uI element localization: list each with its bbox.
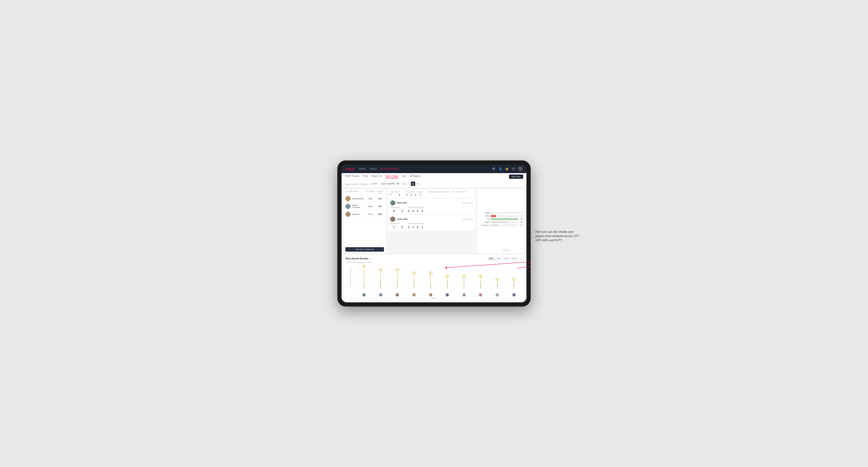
sub-nav-tabs: PGAT Players PGA Hcaps 1-5 Team Clippd T… bbox=[345, 175, 509, 178]
tab-pga[interactable]: PGA bbox=[363, 175, 368, 178]
streak-bubble: 4x bbox=[462, 275, 466, 278]
filter-arg-button[interactable]: ARG bbox=[503, 257, 510, 260]
show-label: Show bbox=[372, 183, 377, 185]
tab-hcaps[interactable]: Hcaps 1-5 bbox=[371, 175, 382, 178]
player-name-row: Josh Coles bbox=[390, 217, 408, 222]
streak-avatar-item bbox=[406, 293, 423, 297]
practice-activities-label: Total Practice Activities bbox=[407, 206, 424, 208]
bar-value: 311 bbox=[520, 221, 523, 223]
mini-avatar bbox=[479, 293, 482, 297]
bar-track bbox=[491, 218, 518, 220]
player-name-row: Rees Britt bbox=[390, 200, 407, 206]
practice-val: 2 bbox=[400, 226, 405, 228]
show-controls: Show Last 3 months ⊞ ≡ ▣ ⊟ bbox=[372, 182, 420, 186]
nav-icons: 🔍 👤 🔔 ⚙ bbox=[492, 166, 523, 171]
mini-avatar bbox=[379, 293, 382, 297]
filter-app-button[interactable]: APP bbox=[495, 257, 502, 260]
putt-label: PUTT bbox=[462, 191, 466, 193]
streak-player-mcharg: 6x B. McHarg bbox=[372, 265, 389, 288]
player-score: 18/20 bbox=[365, 206, 376, 208]
avatar: 1 bbox=[345, 196, 350, 201]
streak-avatar-item bbox=[456, 293, 472, 297]
ott-val: 0 bbox=[407, 210, 410, 212]
team-name: Team Clippd | 14 Players bbox=[345, 183, 369, 185]
streak-avatar-item bbox=[505, 293, 522, 297]
bar-label: D. Bogeys + bbox=[479, 224, 490, 226]
tab-all-players[interactable]: All Players bbox=[409, 175, 421, 178]
player-name: Josh Coles bbox=[397, 218, 408, 220]
bar-chart: Eagles 3 Birdies bbox=[479, 191, 523, 247]
tab-team-clippd[interactable]: Team Clippd bbox=[385, 175, 398, 178]
nav-my-performance[interactable]: My Performance bbox=[380, 167, 399, 170]
three-columns: PLAYER NAME PB SCORE PB AVG SQ 1 Richard… bbox=[342, 187, 526, 255]
card-view-button[interactable]: ▣ bbox=[411, 182, 415, 186]
streak-player-butler: 3x R. Butler bbox=[489, 265, 506, 288]
nav-home[interactable]: Home bbox=[359, 167, 366, 170]
list-view-button[interactable]: ≡ bbox=[406, 182, 410, 186]
filter-putt-button[interactable]: PUTT bbox=[511, 257, 519, 260]
bar-value: 3 bbox=[522, 212, 523, 214]
avatar: 3 bbox=[345, 212, 350, 217]
streak-avatar-item bbox=[472, 293, 489, 297]
leaderboard-header: PLAYER NAME PB SCORE PB AVG SQ bbox=[343, 189, 386, 195]
streak-avatar-item bbox=[422, 293, 439, 297]
x-label-0: 0 bbox=[491, 248, 492, 249]
player-score: 19/20 bbox=[365, 198, 376, 200]
player-date: 02 Sep 2023 bbox=[463, 202, 473, 204]
streak-player-coles: 5x J. Coles bbox=[406, 265, 423, 288]
bar-track bbox=[491, 215, 519, 217]
player-score: 17/20 bbox=[365, 213, 376, 215]
nav-links: Home Teams My Performance bbox=[359, 167, 492, 170]
avatar[interactable] bbox=[518, 166, 523, 171]
bar-label: Birdies bbox=[479, 215, 490, 217]
tournament-label: Tournament bbox=[406, 191, 415, 193]
tournament-val: 7 bbox=[390, 226, 398, 228]
bar-row-eagles: Eagles 3 bbox=[479, 212, 523, 214]
total-rounds-label: Total Rounds bbox=[390, 206, 404, 208]
player-name-label: D. Ford bbox=[463, 283, 465, 288]
tablet-screen: clippd Home Teams My Performance 🔍 👤 🔔 ⚙ bbox=[342, 165, 526, 302]
player-name-label: R. Butler bbox=[497, 283, 498, 288]
add-team-button[interactable]: Add Team bbox=[509, 175, 523, 179]
player-card-josh-coles: Josh Coles 26 Aug 2023 Total Rounds Tour bbox=[388, 215, 475, 230]
leaderboard-panel: PLAYER NAME PB SCORE PB AVG SQ 1 Richard… bbox=[343, 189, 386, 253]
tablet-frame: clippd Home Teams My Performance 🔍 👤 🔔 ⚙ bbox=[337, 160, 531, 307]
col-pb-avg: PB AVG SQ bbox=[376, 191, 384, 194]
streak-bubble: 7x bbox=[362, 265, 366, 268]
total-rounds-label: Total Rounds bbox=[390, 191, 400, 193]
chart-x-axis: 0 200 400 bbox=[479, 248, 523, 249]
period-select[interactable]: Last 3 months bbox=[379, 182, 400, 186]
search-icon[interactable]: 🔍 bbox=[492, 167, 496, 171]
grid-view-button[interactable]: ⊞ bbox=[401, 182, 406, 186]
streak-player-britt: 5x R. Britt bbox=[422, 265, 439, 288]
settings-icon[interactable]: ⚙ bbox=[512, 167, 516, 171]
bar-fill bbox=[491, 224, 498, 226]
streak-avatar-item bbox=[389, 293, 406, 297]
bar-value: 131 bbox=[520, 224, 523, 226]
table-view-button[interactable]: ⊟ bbox=[415, 182, 420, 186]
tab-tour[interactable]: Tour bbox=[402, 175, 406, 178]
app-logo: clippd bbox=[345, 167, 354, 171]
tab-pgat[interactable]: PGAT Players bbox=[345, 175, 360, 178]
putt-val: 0 bbox=[420, 210, 424, 212]
rank-badge: 2 bbox=[349, 207, 350, 209]
player-avg: 107 bbox=[376, 205, 384, 208]
streak-player-quick: 3x C. Quick bbox=[505, 265, 522, 288]
practice-activities-label: Total Practice Activities bbox=[407, 223, 424, 224]
col-pb-score: PB SCORE bbox=[365, 191, 376, 194]
mini-avatar bbox=[496, 293, 499, 297]
sub-nav: PGAT Players PGA Hcaps 1-5 Team Clippd T… bbox=[342, 173, 526, 180]
user-icon[interactable]: 👤 bbox=[498, 167, 502, 171]
player-name-label: M. Miller bbox=[480, 283, 481, 288]
player-name: Edward Crossman bbox=[352, 204, 365, 209]
bar-fill bbox=[491, 215, 496, 217]
bell-icon[interactable]: 🔔 bbox=[505, 167, 509, 171]
view-full-leaderboard-button[interactable]: View Full Leaderboard bbox=[345, 247, 384, 252]
filter-ott-button[interactable]: OTT bbox=[488, 257, 495, 260]
nav-teams[interactable]: Teams bbox=[369, 167, 377, 170]
player-name-label: E. Ebert bbox=[363, 283, 365, 288]
ott-label: OTT bbox=[446, 191, 449, 193]
streak-bubble: 4x bbox=[478, 275, 483, 278]
nav-bar: clippd Home Teams My Performance 🔍 👤 🔔 ⚙ bbox=[342, 165, 526, 173]
edit-icon[interactable]: ✏ bbox=[370, 183, 372, 185]
